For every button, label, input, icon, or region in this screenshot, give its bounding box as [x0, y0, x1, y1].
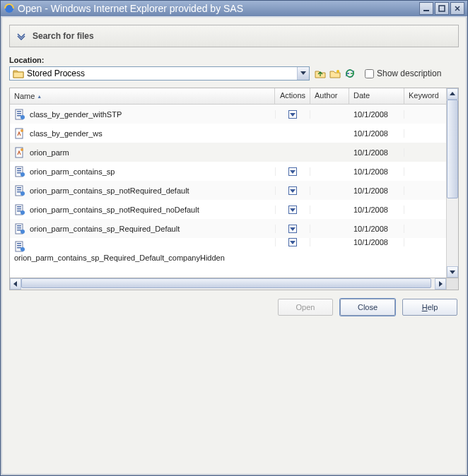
- table-row[interactable]: class_by_gender_withSTP10/1/2008: [10, 105, 446, 124]
- location-label: Location:: [9, 56, 459, 64]
- svg-rect-20: [17, 172, 21, 174]
- search-label: Search for files: [33, 31, 94, 41]
- cell-actions[interactable]: [275, 225, 310, 233]
- minimize-button[interactable]: [419, 2, 433, 15]
- file-name: orion_parm_contains_sp: [30, 167, 115, 176]
- svg-point-45: [21, 247, 25, 251]
- cell-name: class_by_gender_ws: [10, 128, 275, 139]
- column-header-actions[interactable]: Actions: [275, 88, 310, 104]
- svg-rect-18: [17, 168, 21, 169]
- table-row[interactable]: orion_parm_contains_sp_notRequired_defau…: [10, 181, 446, 200]
- titlebar[interactable]: Open - Windows Internet Explorer provide…: [1, 1, 467, 16]
- scroll-right-button[interactable]: [435, 278, 446, 290]
- cell-name: orion_parm: [10, 147, 275, 158]
- maximize-button[interactable]: [435, 2, 449, 15]
- svg-rect-25: [17, 189, 21, 191]
- workspace-icon: [14, 128, 25, 139]
- svg-point-27: [21, 191, 25, 196]
- refresh-icon[interactable]: [344, 67, 356, 80]
- cell-name: orion_parm_contains_sp_Required_Default: [10, 223, 275, 234]
- cell-name: orion_parm_contains_sp_notRequired_defau…: [10, 185, 275, 196]
- svg-rect-32: [17, 210, 21, 212]
- svg-rect-2: [439, 6, 445, 11]
- scroll-up-button[interactable]: [447, 88, 458, 100]
- svg-rect-26: [17, 191, 21, 193]
- svg-rect-42: [17, 243, 21, 244]
- stored-process-icon: [14, 166, 25, 177]
- cell-name: class_by_gender_withSTP: [10, 109, 275, 120]
- open-button[interactable]: Open: [278, 299, 333, 316]
- table-row[interactable]: orion_parm10/1/2008: [10, 143, 446, 162]
- window-title: Open - Windows Internet Explorer provide…: [18, 3, 418, 14]
- svg-rect-19: [17, 170, 21, 172]
- table-row[interactable]: orion_parm_contains_sp_Required_Default1…: [10, 219, 446, 238]
- location-select[interactable]: Stored Process: [9, 66, 310, 81]
- svg-point-16: [21, 148, 23, 151]
- up-folder-icon[interactable]: [314, 67, 327, 80]
- cell-name: orion_parm_contains_sp: [10, 166, 275, 177]
- stored-process-icon: [14, 185, 25, 196]
- file-name: orion_parm_contains_sp_Required_Default: [30, 225, 180, 233]
- svg-point-21: [21, 172, 25, 177]
- action-menu-icon[interactable]: [288, 186, 297, 195]
- help-button[interactable]: Help: [402, 299, 457, 316]
- grid-body[interactable]: class_by_gender_withSTP10/1/2008class_by…: [10, 105, 446, 278]
- svg-rect-31: [17, 208, 21, 210]
- cell-actions[interactable]: [275, 206, 310, 214]
- action-menu-icon[interactable]: [288, 238, 297, 246]
- horizontal-scrollbar[interactable]: [9, 278, 459, 290]
- cell-date: 10/1/2008: [349, 148, 404, 157]
- svg-rect-37: [17, 227, 21, 229]
- cell-date: 10/1/2008: [349, 110, 404, 119]
- action-menu-icon[interactable]: [288, 206, 297, 214]
- action-menu-icon[interactable]: [288, 225, 297, 233]
- scroll-track[interactable]: [447, 198, 458, 266]
- show-description-checkbox[interactable]: Show description: [365, 69, 441, 78]
- column-header-keywords[interactable]: Keywords: [404, 88, 438, 104]
- cell-actions[interactable]: [275, 186, 310, 195]
- svg-point-39: [21, 230, 25, 234]
- table-row[interactable]: orion_parm_contains_sp_Required_Default_…: [10, 238, 446, 266]
- scroll-thumb[interactable]: [447, 100, 458, 198]
- window-frame: Open - Windows Internet Explorer provide…: [0, 0, 468, 476]
- cell-date: 10/1/2008: [349, 167, 404, 176]
- file-name: orion_parm_contains_sp_notRequired_noDef…: [30, 206, 199, 214]
- cell-actions[interactable]: [275, 167, 310, 176]
- show-description-input[interactable]: [365, 69, 374, 78]
- folder-icon: [13, 69, 24, 78]
- stored-process-icon: [14, 223, 25, 234]
- svg-rect-24: [17, 187, 21, 189]
- action-menu-icon[interactable]: [288, 167, 297, 176]
- file-grid: Name▲ Actions Author Date Keywords class…: [10, 88, 446, 278]
- client-area: Search for files Location: Stored Proces…: [1, 16, 467, 475]
- scroll-thumb-h[interactable]: [21, 278, 431, 288]
- column-header-date[interactable]: Date: [349, 88, 404, 104]
- cell-actions[interactable]: [275, 238, 310, 246]
- cell-date: 10/1/2008: [349, 186, 404, 195]
- dropdown-button[interactable]: [297, 67, 309, 80]
- cell-name: orion_parm_contains_sp_Required_Default_…: [10, 238, 275, 262]
- table-row[interactable]: orion_parm_contains_sp10/1/2008: [10, 162, 446, 181]
- svg-rect-9: [17, 113, 21, 114]
- cell-actions[interactable]: [275, 110, 310, 119]
- cell-date: 10/1/2008: [349, 129, 404, 138]
- svg-rect-30: [17, 206, 21, 208]
- close-dialog-button[interactable]: Close: [340, 299, 395, 316]
- column-header-author[interactable]: Author: [310, 88, 349, 104]
- new-folder-icon[interactable]: [329, 67, 341, 80]
- table-row[interactable]: class_by_gender_ws10/1/2008: [10, 124, 446, 143]
- close-button[interactable]: [450, 2, 464, 15]
- column-header-name[interactable]: Name▲: [10, 88, 275, 104]
- table-row[interactable]: orion_parm_contains_sp_notRequired_noDef…: [10, 200, 446, 219]
- cell-date: 10/1/2008: [349, 225, 404, 233]
- scroll-corner: [446, 278, 458, 290]
- stored-process-icon: [14, 241, 25, 252]
- scroll-down-button[interactable]: [447, 266, 458, 278]
- vertical-scrollbar[interactable]: [446, 88, 458, 278]
- search-bar[interactable]: Search for files: [9, 25, 459, 47]
- scroll-left-button[interactable]: [10, 278, 21, 290]
- action-menu-icon[interactable]: [288, 110, 297, 119]
- cell-name: orion_parm_contains_sp_notRequired_noDef…: [10, 204, 275, 215]
- workspace-icon: [14, 147, 25, 158]
- svg-rect-5: [13, 72, 23, 78]
